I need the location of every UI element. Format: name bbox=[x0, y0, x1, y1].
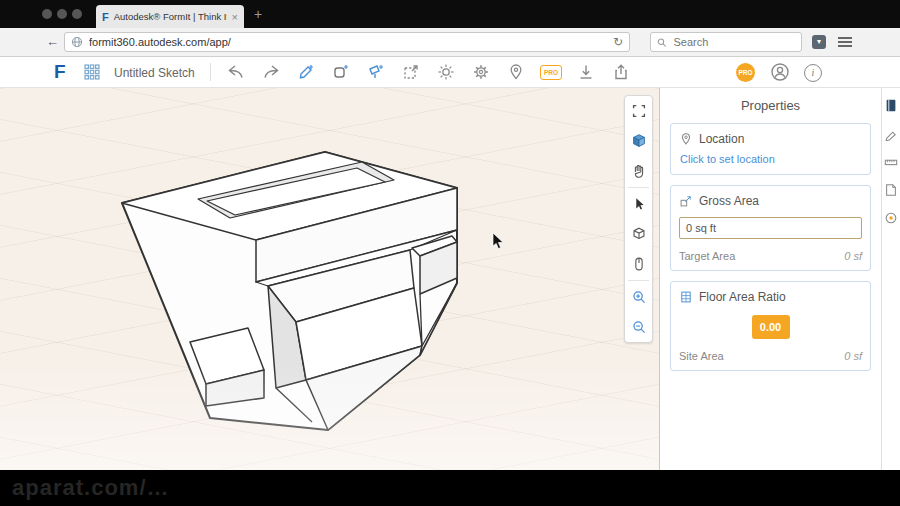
tab-title: Autodesk® FormIt | Think It... bbox=[114, 11, 227, 22]
zoom-out-icon[interactable] bbox=[625, 312, 652, 342]
undo-icon[interactable] bbox=[224, 60, 248, 84]
zoom-in-icon[interactable] bbox=[625, 282, 652, 312]
model-geometry[interactable] bbox=[0, 88, 659, 470]
watermark-text: aparat.com/… bbox=[12, 475, 170, 501]
floor-area-ratio-section: Floor Area Ratio 0.00 Site Area 0 sf bbox=[670, 281, 871, 371]
view-toolbar bbox=[624, 95, 653, 343]
view-cube-icon[interactable] bbox=[625, 126, 652, 156]
home-grid-icon[interactable] bbox=[84, 64, 100, 80]
redo-icon[interactable] bbox=[259, 60, 283, 84]
window-minimize-button[interactable] bbox=[57, 9, 67, 19]
layout-sheet-icon[interactable] bbox=[884, 183, 898, 197]
journal-icon[interactable] bbox=[884, 98, 898, 113]
browser-tab[interactable]: F Autodesk® FormIt | Think It... × bbox=[96, 5, 244, 28]
draw-tool-icon[interactable] bbox=[294, 60, 318, 84]
side-dock bbox=[881, 88, 900, 470]
back-button[interactable]: ← bbox=[46, 34, 59, 49]
search-bar[interactable] bbox=[650, 32, 802, 52]
url-bar[interactable]: formit360.autodesk.com/app/ ↻ bbox=[64, 32, 630, 52]
search-input[interactable] bbox=[672, 35, 795, 49]
globe-icon bbox=[71, 36, 83, 48]
target-area-value: 0 sf bbox=[844, 250, 862, 262]
zoom-extents-icon[interactable] bbox=[625, 96, 652, 126]
browser-tab-bar: F Autodesk® FormIt | Think It... × + bbox=[0, 0, 900, 28]
plugins-icon[interactable] bbox=[884, 211, 898, 225]
gross-area-section: Gross Area Target Area 0 sf bbox=[670, 185, 871, 271]
tab-close-icon[interactable]: × bbox=[232, 11, 238, 23]
toolbar-divider bbox=[210, 63, 211, 81]
pro-features-icon[interactable]: PRO bbox=[539, 60, 563, 84]
mouse-icon[interactable] bbox=[625, 249, 652, 279]
window-zoom-button[interactable] bbox=[72, 9, 82, 19]
target-area-label: Target Area bbox=[679, 250, 735, 262]
model-canvas[interactable] bbox=[0, 88, 659, 470]
site-area-value: 0 sf bbox=[844, 350, 862, 362]
panel-title: Properties bbox=[660, 98, 881, 113]
tool-group: PRO bbox=[224, 60, 633, 84]
location-label: Location bbox=[699, 132, 744, 146]
properties-panel: Properties Location Click to set locatio… bbox=[659, 88, 881, 470]
area-icon bbox=[679, 194, 693, 208]
bookmarks-menu-icon[interactable]: ▾ bbox=[812, 35, 826, 49]
annotate-icon[interactable] bbox=[884, 127, 898, 141]
dimension-icon[interactable] bbox=[884, 155, 898, 169]
app-window: F Autodesk® FormIt | Think It... × + ← f… bbox=[0, 0, 900, 506]
account-icon[interactable] bbox=[770, 62, 790, 82]
pro-badge[interactable]: PRO bbox=[736, 63, 755, 82]
location-pin-icon bbox=[679, 132, 693, 146]
set-location-link[interactable]: Click to set location bbox=[680, 153, 862, 165]
orbit-cube-icon[interactable] bbox=[625, 219, 652, 249]
select-arrow-icon[interactable] bbox=[625, 189, 652, 219]
group-tool-icon[interactable] bbox=[399, 60, 423, 84]
letterbox-bottom: aparat.com/… bbox=[0, 470, 900, 506]
floor-area-ratio-label: Floor Area Ratio bbox=[699, 290, 786, 304]
browser-navbar: ← formit360.autodesk.com/app/ ↻ ▾ bbox=[0, 28, 900, 57]
site-area-label: Site Area bbox=[679, 350, 724, 362]
gross-area-label: Gross Area bbox=[699, 194, 759, 208]
export-icon[interactable] bbox=[609, 60, 633, 84]
formit-toolbar: F Untitled Sketch bbox=[0, 57, 900, 88]
paint-tool-icon[interactable] bbox=[364, 60, 388, 84]
sun-icon[interactable] bbox=[434, 60, 458, 84]
shape-tool-icon[interactable] bbox=[329, 60, 353, 84]
reload-icon[interactable]: ↻ bbox=[613, 35, 623, 49]
search-icon bbox=[657, 37, 667, 48]
new-tab-button[interactable]: + bbox=[254, 6, 262, 22]
location-pin-icon[interactable] bbox=[504, 60, 528, 84]
gross-area-input[interactable] bbox=[679, 217, 862, 239]
location-section: Location Click to set location bbox=[670, 123, 871, 175]
floor-area-ratio-icon bbox=[679, 290, 693, 304]
floor-area-ratio-value[interactable]: 0.00 bbox=[752, 315, 790, 339]
mouse-cursor bbox=[492, 233, 506, 251]
window-controls bbox=[42, 9, 82, 19]
gear-icon[interactable] bbox=[469, 60, 493, 84]
palette-divider bbox=[628, 280, 649, 281]
palette-divider bbox=[628, 187, 649, 188]
import-icon[interactable] bbox=[574, 60, 598, 84]
info-icon[interactable]: i bbox=[804, 64, 822, 82]
window-close-button[interactable] bbox=[42, 9, 52, 19]
formit-logo[interactable]: F bbox=[54, 61, 66, 83]
menu-icon[interactable] bbox=[838, 37, 852, 49]
pan-hand-icon[interactable] bbox=[625, 156, 652, 186]
url-text: formit360.autodesk.com/app/ bbox=[89, 36, 607, 48]
sketch-title[interactable]: Untitled Sketch bbox=[114, 66, 195, 80]
formit-favicon-icon: F bbox=[102, 11, 109, 23]
